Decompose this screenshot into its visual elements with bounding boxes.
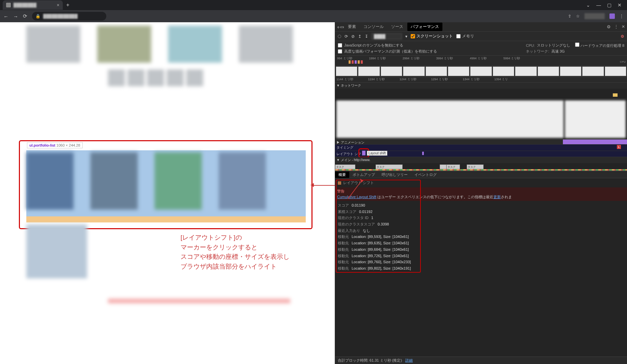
- more-icon[interactable]: ⋮: [614, 24, 618, 29]
- perf-footer: 合計ブロック時間: 61.31 ミリ秒 (推定) 詳細: [335, 357, 627, 364]
- cls-marker-2[interactable]: [422, 152, 424, 155]
- tab-console[interactable]: コンソール: [360, 23, 387, 31]
- total-blocking-time: 合計ブロック時間: 61.31 ミリ秒 (推定): [338, 358, 402, 363]
- inspect-icon[interactable]: ⟐: [337, 25, 339, 29]
- cls-tooltip: Layout shift: [367, 151, 387, 156]
- hw-concurrency-checkbox[interactable]: [575, 42, 579, 47]
- update-link[interactable]: 更新: [493, 195, 501, 199]
- back-icon[interactable]: ←: [3, 13, 8, 19]
- device-icon[interactable]: ▭: [340, 25, 344, 29]
- annotation-arrow: [312, 185, 335, 186]
- window-controls: ⌄ — ▢ ✕: [586, 2, 627, 8]
- detail-tab-eventlog[interactable]: イベントログ: [411, 172, 440, 178]
- detail-panel: レイアウト シフト 警告 Cumulative Layout Shift はユー…: [335, 178, 627, 357]
- memory-checkbox[interactable]: メモリ: [456, 33, 474, 39]
- annotation-text: [レイアウトシフト]の マーカーをクリックすると スコアや移動の座標・サイズを表…: [181, 233, 290, 271]
- record-button[interactable]: [338, 35, 341, 38]
- tooltip-dims: 1060 × 244.28: [56, 143, 80, 147]
- recording-select[interactable]: ████: [372, 33, 402, 39]
- tab-title: ████████: [13, 3, 54, 7]
- disable-js-checkbox[interactable]: [338, 43, 342, 48]
- reload-icon[interactable]: ⟳: [23, 13, 27, 19]
- star-icon[interactable]: ☆: [576, 14, 580, 19]
- details-link[interactable]: 詳細: [405, 358, 413, 363]
- url-text: ████████████: [43, 14, 78, 19]
- task-block[interactable]: タスク: [446, 164, 460, 169]
- annotation-box-detail: [336, 180, 421, 273]
- devtools-panel: ⟐ ▭ 要素 コンソール ソース パフォーマンス ⚙ ⋮ ✕ ⟳ ⊘ ↥ ↧ █…: [335, 22, 627, 364]
- clear-icon[interactable]: ⊘: [351, 34, 355, 39]
- devtools-tabs: ⟐ ▭ 要素 コンソール ソース パフォーマンス ⚙ ⋮ ✕: [335, 22, 627, 32]
- load-icon[interactable]: ↥: [358, 34, 361, 39]
- perf-settings: JavaScript のサンプルを無効にする CPU:スロットリングなし ハード…: [335, 41, 627, 56]
- close-icon[interactable]: ×: [57, 2, 59, 8]
- network-throttle-select[interactable]: 高速 3G: [551, 49, 565, 54]
- annotation-arrow-head: [310, 183, 314, 187]
- new-tab-button[interactable]: +: [66, 2, 69, 8]
- task-block[interactable]: タスク: [335, 164, 355, 169]
- task-block[interactable]: タスク: [376, 164, 403, 169]
- perf-toolbar: ⟳ ⊘ ↥ ↧ ████ ▾ スクリーンショット メモリ ⚙: [335, 32, 627, 41]
- url-input[interactable]: 🔒 ████████████: [32, 12, 106, 21]
- forward-icon[interactable]: →: [13, 13, 18, 19]
- share-icon[interactable]: ⇪: [568, 14, 571, 19]
- lock-icon: 🔒: [35, 14, 40, 19]
- tooltip-selector: ul.portfolio-list: [29, 143, 55, 147]
- task-block[interactable]: タスク: [467, 164, 484, 169]
- timeline-ruler[interactable]: 1144 ミリ秒 1194 ミリ秒 1244 ミリ秒 1294 ミリ秒 1344…: [335, 77, 627, 83]
- tab-performance[interactable]: パフォーマンス: [407, 23, 442, 31]
- tab-elements[interactable]: 要素: [345, 23, 359, 31]
- track-main[interactable]: ▼ メイン - http://www. タスク タスク タスク タスク: [335, 157, 627, 171]
- detail-tab-bottomup[interactable]: ボトムアップ: [349, 172, 378, 178]
- detail-tab-summary[interactable]: 概要: [335, 172, 349, 178]
- timeline-overview[interactable]: 994 ミリ秒 1994 ミリ秒 2994 ミリ秒 3994 ミリ秒 4994 …: [335, 56, 627, 66]
- chevron-down-icon[interactable]: ⌄: [586, 2, 590, 8]
- reload-record-icon[interactable]: ⟳: [345, 34, 348, 39]
- element-tooltip: ul.portfolio-list 1060 × 244.28: [27, 142, 83, 148]
- extensions[interactable]: [584, 13, 605, 19]
- page-viewport: ul.portfolio-list 1060 × 244.28 [レイアウトシフ…: [0, 22, 335, 364]
- track-animation[interactable]: ▶ アニメーション: [335, 140, 627, 145]
- detail-tab-calltree[interactable]: 呼び出しツリー: [378, 172, 411, 178]
- advanced-paint-checkbox[interactable]: [338, 49, 342, 54]
- browser-titlebar: ████████ × + ⌄ — ▢ ✕: [0, 0, 627, 10]
- maximize-icon[interactable]: ▢: [607, 2, 611, 8]
- track-timing[interactable]: タイミング L: [335, 145, 627, 151]
- browser-tab[interactable]: ████████ ×: [3, 0, 63, 10]
- screenshot-preview: [335, 99, 627, 140]
- profile-avatar[interactable]: [609, 13, 615, 19]
- filmstrip[interactable]: [335, 66, 627, 77]
- screenshots-checkbox[interactable]: スクリーンショット: [411, 33, 453, 39]
- cpu-throttle-select[interactable]: スロットリングなし: [537, 43, 570, 48]
- address-bar: ← → ⟳ 🔒 ████████████ ⇪ ☆ ⋮: [0, 10, 627, 22]
- cpu-label: CPU: [620, 60, 626, 63]
- annotation-box-page: [19, 140, 312, 229]
- gear-icon[interactable]: ⚙: [607, 24, 611, 29]
- detail-tabs: 概要 ボトムアップ 呼び出しツリー イベントログ: [335, 171, 627, 178]
- gear-icon[interactable]: ⚙: [621, 34, 624, 39]
- tab-favicon: [6, 3, 11, 7]
- task-block[interactable]: [440, 164, 446, 169]
- track-network[interactable]: ▼ ネットワーク: [335, 83, 627, 99]
- minimize-icon[interactable]: —: [596, 2, 601, 8]
- timing-l-marker: L: [617, 145, 621, 149]
- close-devtools-icon[interactable]: ✕: [622, 24, 625, 29]
- track-layout-shift[interactable]: レイアウト シフト Layout shift: [335, 151, 627, 157]
- menu-icon[interactable]: ⋮: [620, 14, 624, 19]
- close-window-icon[interactable]: ✕: [618, 2, 622, 8]
- save-icon[interactable]: ↧: [365, 34, 368, 39]
- tab-sources[interactable]: ソース: [388, 23, 407, 31]
